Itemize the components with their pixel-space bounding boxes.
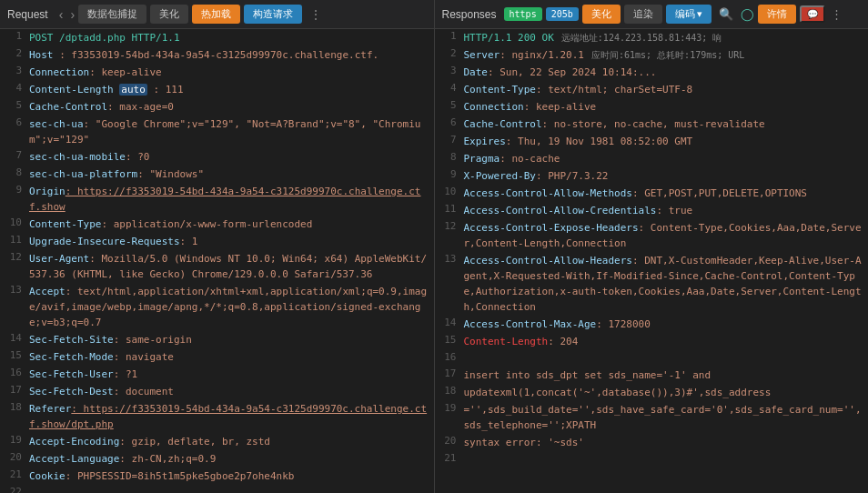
request-pane[interactable]: 1POST /dptadd.php HTTP/1.12Host : f33530… xyxy=(0,29,435,493)
more-options-button[interactable]: ⋮ xyxy=(827,5,846,23)
table-row: 3Connection: keep-alive xyxy=(0,64,434,81)
table-row: 14Access-Control-Max-Age: 1728000 xyxy=(435,316,869,333)
line-content: Accept-Encoding: gzip, deflate, br, zstd xyxy=(29,434,434,449)
table-row: 17insert into sds_dpt set sds_name='-1' … xyxy=(435,367,869,384)
left-panel-label: Request xyxy=(7,8,48,21)
line-number: 10 xyxy=(0,216,29,228)
line-number: 8 xyxy=(435,151,464,163)
line-number: 3 xyxy=(0,65,29,76)
tab-construct-request[interactable]: 构造请求 xyxy=(244,5,302,24)
table-row: 20Accept-Language: zh-CN,zh;q=0.9 xyxy=(0,450,434,468)
line-number: 17 xyxy=(435,367,464,379)
tab-render[interactable]: 追染 xyxy=(624,5,662,24)
line-number: 3 xyxy=(435,65,464,76)
line-number: 16 xyxy=(435,351,464,363)
line-number: 14 xyxy=(435,317,464,328)
line-number: 20 xyxy=(435,435,464,447)
line-number: 21 xyxy=(435,452,464,464)
table-row: 1HTTP/1.1 200 OK远端地址:124.223.158.81:443;… xyxy=(435,29,869,46)
top-bar: Request ‹ › 数据包捕捉 美化 热加载 构造请求 ⋮ Response… xyxy=(0,0,868,29)
line-content: Access-Control-Allow-Methods: GET,POST,P… xyxy=(464,186,869,201)
right-panel-label: Responses xyxy=(442,8,497,21)
line-content: Pragma: no-cache xyxy=(464,151,869,166)
table-row: 6sec-ch-ua: "Google Chrome";v="129", "No… xyxy=(0,116,434,148)
line-content: Origin: https://f3353019-54bd-434a-9a54-… xyxy=(29,184,434,215)
line-content: Host : f3353019-54bd-434a-9a54-c3125d999… xyxy=(29,47,434,63)
tab-beautify-right[interactable]: 美化 xyxy=(582,5,621,24)
table-row: 10Content-Type: application/x-www-form-u… xyxy=(0,216,434,233)
nav-next-button[interactable]: › xyxy=(66,5,78,24)
remote-info: 远端地址:124.223.158.81:443; 响 xyxy=(561,33,722,43)
line-number: 15 xyxy=(0,349,29,361)
line-number: 20 xyxy=(0,451,29,463)
line-content: Connection: keep-alive xyxy=(464,99,869,115)
line-content: Accept: text/html,application/xhtml+xml,… xyxy=(29,284,434,330)
table-row: 4Content-Length auto : 111 xyxy=(0,81,434,98)
table-row: 10Access-Control-Allow-Methods: GET,POST… xyxy=(435,185,869,202)
table-row: 4Content-Type: text/html; charSet=UTF-8 xyxy=(435,81,869,98)
table-row: 5Connection: keep-alive xyxy=(435,98,869,116)
line-content: insert into sds_dpt set sds_name='-1' an… xyxy=(464,367,869,383)
search-button[interactable]: 🔍 xyxy=(715,5,737,23)
table-row: 8sec-ch-ua-platform: "Windows" xyxy=(0,166,434,183)
table-row: 9X-Powered-By: PHP/7.3.22 xyxy=(435,167,869,185)
line-content: Content-Length auto : 111 xyxy=(29,82,434,97)
line-number: 12 xyxy=(435,220,464,232)
line-number: 7 xyxy=(435,134,464,146)
table-row: 13Accept: text/html,application/xhtml+xm… xyxy=(0,283,434,331)
table-row: 17Sec-Fetch-Dest: document xyxy=(0,383,434,400)
comment-button[interactable]: 💬 xyxy=(800,5,825,23)
line-content: Cache-Control: max-age=0 xyxy=(29,99,434,115)
line-number: 2 xyxy=(435,47,464,59)
nav-prev-button[interactable]: ‹ xyxy=(56,5,67,24)
line-number: 10 xyxy=(435,186,464,197)
table-row: 22 xyxy=(0,485,434,493)
line-number: 13 xyxy=(0,284,29,296)
tab-encoding[interactable]: 编码 ▾ xyxy=(666,5,712,24)
table-row: 2Host : f3353019-54bd-434a-9a54-c3125d99… xyxy=(0,46,434,64)
line-number: 7 xyxy=(0,149,29,161)
tab-detail[interactable]: 许情 xyxy=(758,5,796,24)
line-number: 19 xyxy=(435,402,464,414)
encoding-label: 编码 xyxy=(675,7,695,21)
table-row: 9Origin: https://f3353019-54bd-434a-9a54… xyxy=(0,183,434,216)
table-row: 12Access-Control-Expose-Headers: Content… xyxy=(435,219,869,252)
tab-beautify-left[interactable]: 美化 xyxy=(150,5,188,24)
line-number: 8 xyxy=(0,166,29,178)
drag-handle-left: ⋮ xyxy=(309,7,322,22)
table-row: 8Pragma: no-cache xyxy=(435,150,869,167)
response-pane[interactable]: 1HTTP/1.1 200 OK远端地址:124.223.158.81:443;… xyxy=(435,29,869,493)
tab-data-capture[interactable]: 数据包捕捉 xyxy=(78,5,146,24)
table-row: 21Cookie: PHPSESSID=8ih5t1m5pke5gboe2p7o… xyxy=(0,468,434,485)
line-number: 9 xyxy=(0,184,29,196)
line-number: 19 xyxy=(0,434,29,446)
chrome-icon-button[interactable]: ◯ xyxy=(737,5,758,23)
line-content: Referer: https://f3353019-54bd-434a-9a54… xyxy=(29,401,434,432)
line-number: 18 xyxy=(435,385,464,397)
line-content: sec-ch-ua: "Google Chrome";v="129", "Not… xyxy=(29,116,434,147)
table-row: 11Access-Control-Allow-Credentials: true xyxy=(435,202,869,219)
line-content: Upgrade-Insecure-Requests: 1 xyxy=(29,234,434,249)
line-number: 18 xyxy=(0,401,29,413)
line-content: Access-Control-Expose-Headers: Content-T… xyxy=(464,220,869,251)
table-row: 6Cache-Control: no-store, no-cache, must… xyxy=(435,116,869,133)
tab-status-code[interactable]: 205b xyxy=(546,7,579,21)
line-number: 14 xyxy=(0,332,29,344)
table-row: 16Sec-Fetch-User: ?1 xyxy=(0,366,434,383)
line-content: Access-Control-Allow-Headers: DNT,X-Cust… xyxy=(464,253,869,315)
line-content: Server: nginx/1.20.1应时间:61ms; 总耗时:179ms;… xyxy=(464,47,869,63)
line-content: sec-ch-ua-platform: "Windows" xyxy=(29,166,434,182)
line-content: Content-Type: text/html; charSet=UTF-8 xyxy=(464,82,869,97)
tab-https[interactable]: https xyxy=(504,7,542,21)
table-row: 13Access-Control-Allow-Headers: DNT,X-Cu… xyxy=(435,252,869,316)
tab-hot-reload[interactable]: 热加载 xyxy=(192,5,240,24)
line-number: 17 xyxy=(0,384,29,396)
line-content: Access-Control-Max-Age: 1728000 xyxy=(464,317,869,332)
line-number: 22 xyxy=(0,486,29,493)
line-content: User-Agent: Mozilla/5.0 (Windows NT 10.0… xyxy=(29,251,434,282)
line-content: Sec-Fetch-Mode: navigate xyxy=(29,349,434,365)
line-content: X-Powered-By: PHP/7.3.22 xyxy=(464,168,869,184)
line-number: 12 xyxy=(0,251,29,263)
line-content: Access-Control-Allow-Credentials: true xyxy=(464,203,869,218)
line-content: Sec-Fetch-User: ?1 xyxy=(29,367,434,382)
